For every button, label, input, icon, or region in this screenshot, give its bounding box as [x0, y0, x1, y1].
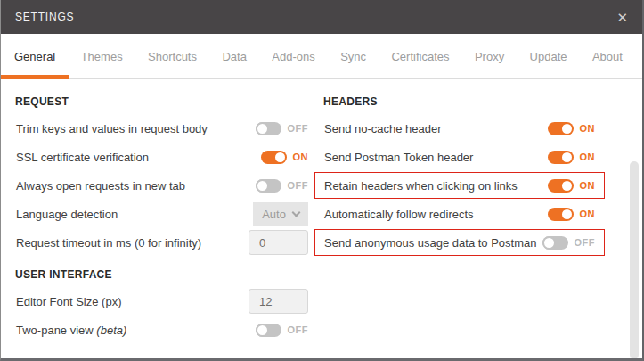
- tab-themes[interactable]: Themes: [81, 50, 123, 63]
- right-column: HEADERS Send no-cache header ON Send Pos…: [314, 90, 605, 258]
- section-title-request: REQUEST: [15, 90, 309, 113]
- settings-row-no-cache: Send no-cache header ON: [314, 115, 605, 142]
- titlebar: SETTINGS ✕: [1, 0, 642, 34]
- settings-row-editor-font-size: Editor Font Size (px): [15, 288, 309, 315]
- language-detection-select[interactable]: Auto: [253, 202, 308, 226]
- section-title-user-interface: USER INTERFACE: [15, 263, 309, 286]
- follow-redirects-toggle-group: ON: [548, 208, 596, 221]
- beta-tag: (beta): [96, 324, 126, 337]
- toggle-knob: [562, 152, 572, 162]
- toggle-knob: [256, 324, 269, 337]
- tab-certificates[interactable]: Certificates: [391, 50, 449, 63]
- row-label: Send Postman Token header: [324, 151, 473, 164]
- selected-option: Auto: [262, 208, 286, 221]
- toggle-knob: [275, 152, 285, 162]
- toggle-state-label: ON: [580, 180, 596, 191]
- toggle-state-label: OFF: [288, 324, 309, 335]
- row-label: Retain headers when clicking on links: [324, 179, 518, 193]
- trim-keys-toggle[interactable]: [256, 122, 281, 135]
- usage-data-toggle-group: OFF: [542, 236, 596, 250]
- toggle-state-label: ON: [580, 209, 596, 219]
- toggle-state-label: OFF: [288, 123, 309, 134]
- two-pane-view-toggle-group: OFF: [256, 324, 309, 337]
- toggle-knob: [562, 181, 572, 191]
- tab-shortcuts[interactable]: Shortcuts: [148, 50, 197, 63]
- retain-headers-toggle-group: ON: [548, 179, 596, 193]
- row-label: Two-pane view (beta): [16, 324, 126, 337]
- toggle-state-label: OFF: [575, 237, 596, 248]
- settings-row-follow-redirects: Automatically follow redirects ON: [314, 201, 605, 227]
- scrollbar-thumb[interactable]: [630, 161, 639, 359]
- toggle-state-label: ON: [580, 152, 596, 162]
- toggle-knob: [256, 179, 269, 193]
- settings-row-ssl-verification: SSL certificate verification ON: [15, 144, 309, 170]
- settings-row-usage-data: Send anonymous usage data to Postman OFF: [314, 229, 605, 256]
- tab-sync[interactable]: Sync: [340, 50, 366, 63]
- tabbar: General Themes Shortcuts Data Add-ons Sy…: [1, 34, 642, 79]
- chevron-down-icon: [291, 208, 300, 217]
- ssl-verification-toggle[interactable]: [261, 151, 287, 164]
- section-title-headers: HEADERS: [314, 90, 605, 113]
- new-tab-toggle-group: OFF: [256, 179, 309, 193]
- toggle-knob: [562, 124, 572, 134]
- settings-row-postman-token: Send Postman Token header ON: [314, 144, 605, 170]
- usage-data-toggle[interactable]: [542, 236, 568, 250]
- row-label: Request timeout in ms (0 for infinity): [16, 236, 201, 250]
- no-cache-toggle-group: ON: [548, 122, 596, 135]
- editor-font-size-input[interactable]: [249, 289, 308, 314]
- row-label: Send no-cache header: [324, 122, 442, 135]
- tab-update[interactable]: Update: [530, 50, 567, 63]
- request-timeout-input[interactable]: [249, 230, 308, 255]
- no-cache-toggle[interactable]: [548, 122, 574, 135]
- retain-headers-toggle[interactable]: [548, 179, 574, 193]
- tab-about[interactable]: About: [592, 50, 623, 63]
- ssl-verification-toggle-group: ON: [261, 151, 309, 164]
- row-label: Always open requests in new tab: [16, 179, 185, 193]
- scrollbar-track[interactable]: [630, 161, 639, 361]
- new-tab-toggle[interactable]: [256, 179, 281, 193]
- settings-content: REQUEST Trim keys and values in request …: [1, 79, 642, 360]
- settings-row-retain-headers: Retain headers when clicking on links ON: [314, 172, 605, 199]
- trim-keys-toggle-group: OFF: [256, 122, 309, 135]
- toggle-state-label: OFF: [288, 180, 309, 191]
- dialog-title: SETTINGS: [15, 11, 74, 23]
- postman-token-toggle[interactable]: [548, 151, 574, 164]
- left-column: REQUEST Trim keys and values in request …: [15, 90, 309, 345]
- follow-redirects-toggle[interactable]: [548, 208, 574, 221]
- row-label: Automatically follow redirects: [324, 208, 474, 221]
- close-icon[interactable]: ✕: [616, 11, 628, 24]
- tab-general[interactable]: General: [14, 50, 55, 63]
- toggle-knob: [256, 122, 269, 135]
- tab-addons[interactable]: Add-ons: [272, 50, 314, 63]
- settings-row-request-timeout: Request timeout in ms (0 for infinity): [15, 229, 309, 256]
- toggle-knob: [542, 236, 556, 250]
- row-label: Editor Font Size (px): [16, 295, 122, 308]
- row-label: Trim keys and values in request body: [16, 122, 208, 135]
- tab-data[interactable]: Data: [222, 50, 246, 63]
- settings-row-new-tab: Always open requests in new tab OFF: [15, 172, 309, 199]
- toggle-state-label: ON: [293, 152, 309, 162]
- row-label: Send anonymous usage data to Postman: [324, 236, 537, 250]
- toggle-state-label: ON: [580, 123, 596, 134]
- settings-dialog: SETTINGS ✕ General Themes Shortcuts Data…: [0, 0, 644, 361]
- toggle-knob: [562, 209, 572, 219]
- row-label: Language detection: [16, 208, 118, 221]
- tab-proxy[interactable]: Proxy: [475, 50, 504, 63]
- postman-token-toggle-group: ON: [548, 151, 596, 164]
- two-pane-view-toggle[interactable]: [256, 324, 281, 337]
- settings-row-language-detection: Language detection Auto: [15, 201, 309, 227]
- row-label: SSL certificate verification: [16, 151, 149, 164]
- settings-row-trim-keys: Trim keys and values in request body OFF: [15, 115, 309, 142]
- settings-row-two-pane-view: Two-pane view (beta) OFF: [15, 316, 309, 343]
